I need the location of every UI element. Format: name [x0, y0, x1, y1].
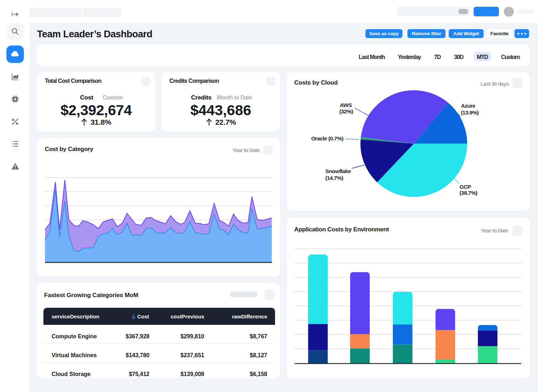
svg-text:(13.9%): (13.9%): [461, 109, 479, 116]
svg-text:GCP: GCP: [460, 184, 471, 190]
svg-text:Azure: Azure: [461, 103, 476, 109]
svg-text:Oracle (0.7%): Oracle (0.7%): [311, 135, 343, 141]
svg-text:(14.7%): (14.7%): [325, 175, 343, 181]
svg-text:(38.7%): (38.7%): [459, 190, 478, 196]
svg-text:AWS: AWS: [340, 102, 352, 108]
svg-text:(32%): (32%): [339, 108, 353, 114]
svg-text:Snowflake: Snowflake: [326, 168, 351, 174]
